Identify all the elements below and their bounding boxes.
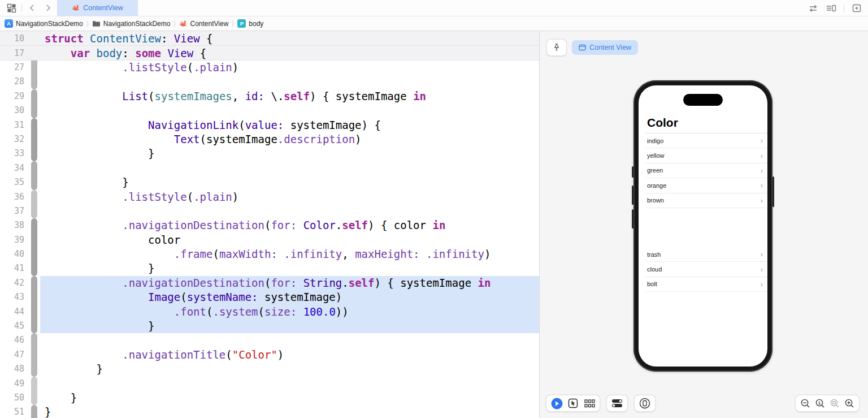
- preview-screen[interactable]: Color indigo›yellow›green›orange›brown› …: [639, 85, 767, 367]
- code-line-50[interactable]: 50 }: [0, 391, 539, 405]
- list-item-label: trash: [647, 251, 661, 258]
- add-editor-icon[interactable]: [850, 2, 863, 15]
- select-mode-button[interactable]: [567, 397, 579, 410]
- code-line-44[interactable]: 44 .font(.system(size: 100.0)): [0, 305, 539, 319]
- code-editor[interactable]: 10struct ContentView: View {17 var body:…: [0, 31, 540, 418]
- line-number: 29: [0, 89, 28, 104]
- line-number: 32: [0, 132, 28, 146]
- preview-on-device-button[interactable]: [639, 397, 651, 410]
- zoom-to-fit-button[interactable]: [828, 397, 841, 410]
- jumpbar-label: ContentView: [190, 20, 228, 28]
- code-text: [40, 75, 539, 89]
- editor-options-icon[interactable]: [824, 2, 838, 15]
- line-number: 34: [0, 161, 28, 175]
- list-item-label: cloud: [647, 266, 662, 273]
- change-ribbon: [31, 118, 37, 132]
- jumpbar-item-navigationstackdemo[interactable]: ANavigationStackDemo: [5, 19, 83, 28]
- code-line-31[interactable]: 31 NavigationLink(value: systemImage) {: [0, 118, 539, 132]
- chevron-right-icon: ›: [761, 181, 763, 189]
- code-line-41[interactable]: 41 }: [0, 261, 539, 275]
- code-text: Text(systemImage.description): [40, 132, 539, 146]
- code-text: var body: some View {: [40, 46, 539, 60]
- code-line-49[interactable]: 49: [0, 377, 539, 391]
- code-line-38[interactable]: 38 .navigationDestination(for: Color.sel…: [0, 218, 539, 232]
- go-forward-button[interactable]: [41, 2, 55, 14]
- code-line-37[interactable]: 37: [0, 204, 539, 218]
- code-line-46[interactable]: 46: [0, 333, 539, 347]
- code-line-40[interactable]: 40 .frame(maxWidth: .infinity, maxHeight…: [0, 247, 539, 261]
- window-icon: [579, 44, 586, 51]
- list-spacer: [639, 208, 767, 247]
- code-line-45[interactable]: 45 }: [0, 319, 539, 333]
- jumpbar-label: NavigationStackDemo: [16, 20, 83, 28]
- list-item-indigo[interactable]: indigo›: [639, 133, 767, 148]
- code-text: [40, 377, 539, 391]
- code-text: }: [40, 146, 539, 161]
- breadcrumb-separator: 〉: [86, 20, 88, 28]
- code-line-35[interactable]: 35 }: [0, 175, 539, 189]
- code-line-42[interactable]: 42 .navigationDestination(for: String.se…: [0, 276, 539, 290]
- go-back-button[interactable]: [25, 2, 39, 14]
- jumpbar-item-contentview[interactable]: ContentView: [179, 20, 228, 28]
- line-number: 44: [0, 305, 28, 319]
- code-line-10[interactable]: 10struct ContentView: View {: [0, 31, 539, 46]
- list-item-label: bolt: [647, 281, 657, 287]
- code-line-29[interactable]: 29 List(systemImages, id: \.self) { syst…: [0, 89, 539, 104]
- volume-down-button: [632, 209, 633, 229]
- jumpbar-label: NavigationStackDemo: [103, 20, 171, 28]
- live-preview-button[interactable]: [550, 397, 563, 410]
- change-ribbon: [31, 46, 37, 60]
- code-line-51[interactable]: 51}: [0, 405, 539, 418]
- code-line-43[interactable]: 43 Image(systemName: systemImage): [0, 290, 539, 304]
- sticky-declaration-lines: 10struct ContentView: View {17 var body:…: [0, 31, 539, 61]
- tab-contentview[interactable]: ContentView: [57, 0, 138, 16]
- zoom-out-button[interactable]: [799, 397, 811, 410]
- code-line-48[interactable]: 48 }: [0, 362, 539, 376]
- code-line-30[interactable]: 30: [0, 104, 539, 118]
- zoom-in-button[interactable]: [843, 397, 856, 410]
- list-item-label: green: [647, 167, 663, 174]
- code-line-39[interactable]: 39 color: [0, 233, 539, 247]
- code-line-47[interactable]: 47 .navigationTitle("Color"): [0, 348, 539, 362]
- code-line-33[interactable]: 33 }: [0, 146, 539, 161]
- line-number: 50: [0, 391, 28, 405]
- jumpbar-item-body[interactable]: Pbody: [237, 19, 263, 28]
- code-line-34[interactable]: 34: [0, 161, 539, 175]
- chevron-right-icon: ›: [761, 265, 763, 274]
- list-item-cloud[interactable]: cloud›: [639, 262, 767, 276]
- preview-target-chip[interactable]: Content View: [572, 40, 638, 55]
- related-items-icon[interactable]: [5, 2, 18, 14]
- pin-preview-button[interactable]: [546, 39, 567, 56]
- code-line-32[interactable]: 32 Text(systemImage.description): [0, 132, 539, 146]
- code-text: }: [40, 405, 539, 418]
- list-item-green[interactable]: green›: [639, 163, 767, 178]
- code-line-36[interactable]: 36 .listStyle(.plain): [0, 190, 539, 204]
- variants-mode-button[interactable]: [583, 397, 596, 410]
- change-ribbon: [31, 75, 37, 89]
- list-item-bolt[interactable]: bolt›: [639, 277, 767, 291]
- list-item-trash[interactable]: trash›: [639, 247, 767, 261]
- symbol-list: trash›cloud›bolt›: [639, 247, 767, 292]
- code-line-28[interactable]: 28: [0, 75, 539, 89]
- zoom-controls: 1: [795, 395, 860, 412]
- zoom-100-button[interactable]: 1: [814, 397, 826, 410]
- tab-bar-right-controls: [806, 0, 863, 16]
- code-review-icon[interactable]: [806, 2, 820, 15]
- jumpbar-item-navigationstackdemo[interactable]: NavigationStackDemo: [92, 20, 171, 28]
- line-number: 42: [0, 276, 28, 290]
- preview-target-label: Content View: [589, 44, 631, 51]
- list-item-label: brown: [647, 197, 664, 204]
- device-settings-button[interactable]: [611, 397, 623, 410]
- pushpin-icon: [552, 43, 561, 52]
- preview-mode-segmented-control: [546, 395, 600, 412]
- line-number: 30: [0, 104, 28, 118]
- line-number: 40: [0, 247, 28, 261]
- list-item-brown[interactable]: brown›: [639, 193, 767, 208]
- code-line-27[interactable]: 27 .listStyle(.plain): [0, 61, 539, 75]
- line-number: 47: [0, 348, 28, 362]
- list-item-orange[interactable]: orange›: [639, 178, 767, 192]
- change-ribbon: [31, 175, 37, 189]
- list-item-yellow[interactable]: yellow›: [639, 148, 767, 162]
- change-ribbon: [31, 276, 37, 290]
- code-line-17[interactable]: 17 var body: some View {: [0, 46, 539, 61]
